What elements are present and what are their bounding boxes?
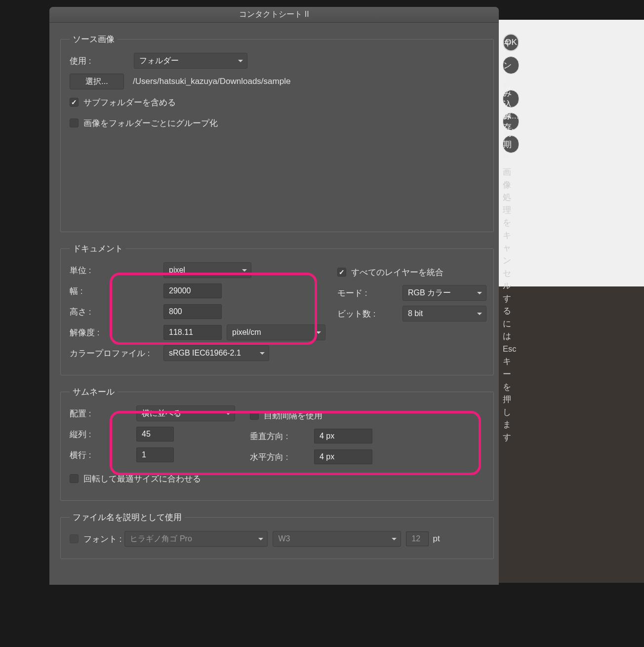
place-label: 配置 : bbox=[70, 408, 136, 419]
dialog-title: コンタクトシート II bbox=[239, 9, 309, 20]
caption-fieldset: ファイル名を説明として使用 フォント : ヒラギノ角ゴ Pro W3 12 bbox=[60, 512, 494, 559]
height-input[interactable]: 800 bbox=[163, 304, 222, 319]
use-label: 使用 : bbox=[70, 55, 134, 67]
hint-text: 画像処理をキャンセルするには Esc キーを押します bbox=[503, 166, 519, 444]
group-by-folder-label: 画像をフォルダーごとにグループ化 bbox=[83, 118, 218, 129]
use-select[interactable]: フォルダー bbox=[134, 53, 247, 69]
thumbnail-fieldset: サムネール 配置 : 横に並べる 縦列 : bbox=[60, 386, 494, 501]
source-legend: ソース画像 bbox=[70, 34, 118, 45]
columns-label: 縦列 : bbox=[70, 429, 136, 440]
vertical-label: 垂直方向 : bbox=[250, 431, 314, 442]
rotate-label: 回転して最適サイズに合わせる bbox=[83, 473, 201, 485]
font-select[interactable]: ヒラギノ角ゴ Pro bbox=[124, 531, 268, 547]
size-unit: pt bbox=[433, 534, 440, 544]
horizontal-input[interactable]: 4 px bbox=[314, 449, 372, 464]
columns-input[interactable]: 45 bbox=[136, 427, 174, 442]
font-label: フォント : bbox=[83, 533, 121, 545]
group-by-folder-checkbox[interactable] bbox=[70, 119, 79, 127]
rotate-checkbox[interactable] bbox=[70, 474, 79, 483]
horizontal-label: 水平方向 : bbox=[250, 451, 314, 463]
place-select[interactable]: 横に並べる bbox=[136, 405, 235, 421]
include-subfolders-checkbox[interactable] bbox=[70, 98, 79, 107]
source-fieldset: ソース画像 使用 : フォルダー 選択... /Users/hatsuki_ka… bbox=[60, 34, 494, 232]
mode-select[interactable]: RGB カラー bbox=[402, 285, 486, 301]
include-subfolders-label: サブフォルダーを含める bbox=[83, 97, 176, 108]
vertical-input[interactable]: 4 px bbox=[314, 429, 372, 444]
profile-label: カラープロファイル : bbox=[70, 348, 163, 359]
flatten-label: すべてのレイヤーを統合 bbox=[351, 267, 443, 278]
document-fieldset: ドキュメント 単位 : pixel 幅 : bbox=[60, 243, 494, 375]
source-path: /Users/hatsuki_kazuya/Downloads/sample bbox=[133, 77, 290, 86]
width-label: 幅 : bbox=[70, 285, 163, 297]
size-input[interactable]: 12 bbox=[406, 531, 429, 546]
profile-select[interactable]: sRGB IEC61966-2.1 bbox=[163, 345, 269, 361]
load-button[interactable]: 読み込み... bbox=[503, 90, 519, 108]
height-label: 高さ : bbox=[70, 306, 163, 318]
auto-spacing-checkbox[interactable] bbox=[250, 411, 259, 420]
auto-spacing-label: 自動間隔を使用 bbox=[264, 410, 322, 421]
select-folder-button[interactable]: 選択... bbox=[70, 74, 124, 89]
weight-select[interactable]: W3 bbox=[273, 531, 401, 547]
reset-button[interactable]: 初期化... bbox=[503, 135, 519, 153]
thumbnail-legend: サムネール bbox=[70, 386, 118, 398]
titlebar: コンタクトシート II bbox=[49, 7, 499, 23]
rows-label: 横行 : bbox=[70, 449, 136, 461]
document-legend: ドキュメント bbox=[70, 243, 126, 254]
bits-select[interactable]: 8 bit bbox=[402, 306, 486, 322]
width-input[interactable]: 29000 bbox=[163, 283, 222, 298]
rows-input[interactable]: 1 bbox=[136, 447, 174, 462]
caption-legend: ファイル名を説明として使用 bbox=[70, 512, 185, 523]
bits-label: ビット数 : bbox=[337, 308, 402, 320]
flatten-checkbox[interactable] bbox=[337, 268, 346, 277]
resolution-input[interactable]: 118.11 bbox=[163, 325, 222, 340]
mode-label: モード : bbox=[337, 287, 402, 299]
caption-checkbox[interactable] bbox=[70, 534, 79, 543]
dialog: コンタクトシート II ソース画像 使用 : フォルダー 選択... bbox=[49, 7, 499, 585]
resolution-unit-select[interactable]: pixel/cm bbox=[227, 324, 325, 340]
resolution-label: 解像度 : bbox=[70, 327, 163, 338]
unit-select[interactable]: pixel bbox=[163, 262, 251, 278]
unit-label: 単位 : bbox=[70, 265, 163, 276]
cancel-button[interactable]: キャンセル bbox=[503, 56, 519, 74]
